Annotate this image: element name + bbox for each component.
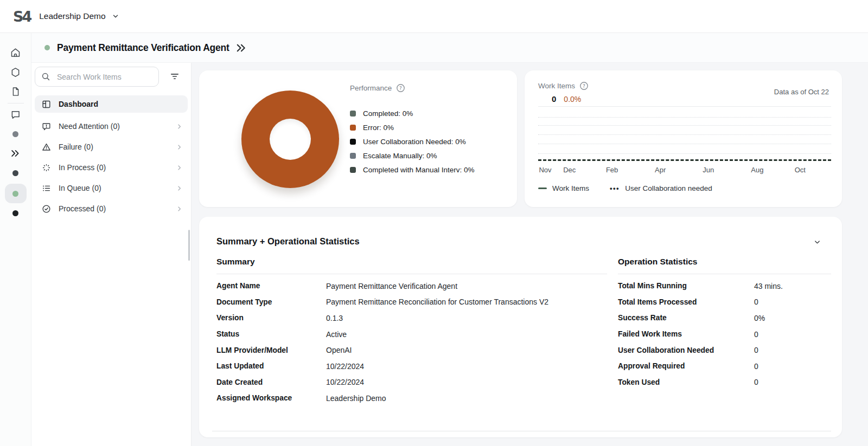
rail-divider — [8, 103, 24, 104]
work-items-percent: 0.0% — [564, 95, 581, 104]
chat-icon[interactable] — [5, 105, 27, 124]
legend-swatch — [350, 111, 356, 117]
performance-card-title: Performance ? — [350, 83, 405, 93]
home-icon[interactable] — [5, 43, 27, 62]
legend-item-user-collaboration-needed: ••• User Collaboration needed — [610, 184, 712, 192]
filter-icon[interactable] — [165, 67, 184, 86]
sidebar-item-need-attention[interactable]: Need Attention (0) — [35, 116, 188, 137]
spinner-icon — [39, 163, 53, 173]
summary-row: LLM Provider/Model OpenAI — [216, 342, 607, 358]
sidebar-nav: Dashboard Need Attention (0) Failure (0) — [35, 95, 188, 219]
x-tick-label: Feb — [606, 166, 618, 174]
page-title: Payment Remittance Verification Agent — [57, 42, 229, 54]
workspace-selector[interactable]: Leadership Demo — [39, 11, 119, 21]
main-content: Performance ? Completed: 0% Error: 0% Us… — [192, 63, 868, 446]
sidebar-item-label: Failure (0) — [59, 143, 93, 151]
sidebar-item-processed[interactable]: Processed (0) — [35, 198, 188, 219]
hexagon-icon[interactable] — [5, 62, 27, 82]
row-label: Document Type — [216, 298, 326, 306]
sidebar-item-label: In Process (0) — [59, 163, 106, 172]
row-value: 0% — [754, 314, 831, 322]
sidebar-scrollbar[interactable] — [188, 230, 190, 261]
x-tick-label: Apr — [655, 166, 666, 174]
row-value: 43 mins. — [754, 282, 831, 290]
sidebar-item-label: Processed (0) — [59, 204, 106, 213]
help-icon[interactable]: ? — [396, 83, 405, 93]
summary-title: Summary — [216, 257, 607, 274]
agent-dot-dark[interactable] — [5, 163, 27, 183]
sidebar: Dashboard Need Attention (0) Failure (0) — [31, 63, 192, 446]
row-value: 0 — [754, 378, 831, 386]
summary-row: Assigned Workspace Leadership Demo — [216, 390, 607, 406]
document-icon[interactable] — [5, 82, 27, 101]
summary-row: Status Active — [216, 326, 607, 342]
row-value: 0 — [754, 362, 831, 371]
card-header-divider — [538, 106, 831, 107]
warning-triangle-icon — [39, 142, 53, 152]
page-header: Payment Remittance Verification Agent — [31, 33, 868, 63]
row-label: Assigned Workspace — [216, 394, 326, 402]
top-bar: S4 Leadership Demo — [0, 0, 868, 33]
sidebar-item-label: Need Attention (0) — [59, 122, 120, 131]
search-input[interactable] — [56, 72, 156, 82]
summary-row: Agent Name Payment Remittance Verificati… — [216, 278, 607, 294]
double-chevron-icon[interactable] — [5, 144, 27, 163]
row-label: Approval Required — [618, 362, 754, 370]
work-items-card-title: Work Items ? — [538, 81, 589, 91]
summary-row: Version 0.1.3 — [216, 310, 607, 326]
legend-swatch — [350, 153, 356, 159]
data-as-of-label: Data as of Oct 22 — [774, 88, 829, 96]
chevron-right-icon — [175, 184, 183, 192]
section-title: Summary + Operational Statistics — [216, 236, 360, 247]
work-items-count: 0 — [552, 94, 556, 104]
workspace-name: Leadership Demo — [39, 11, 105, 21]
row-value: 0 — [754, 346, 831, 354]
agent-dot-gray[interactable] — [5, 124, 27, 144]
x-tick-label: Dec — [563, 166, 576, 174]
stat-row: Total Mins Running 43 mins. — [618, 278, 831, 294]
performance-donut-chart — [241, 91, 339, 188]
legend-label: Completed with Manual Interv: 0% — [363, 166, 475, 174]
row-label: Failed Work Items — [618, 330, 754, 338]
sidebar-item-failure[interactable]: Failure (0) — [35, 137, 188, 157]
sidebar-item-label: In Queue (0) — [59, 184, 101, 192]
work-items-title-label: Work Items — [538, 82, 575, 90]
solid-line-swatch — [538, 188, 547, 189]
summary-statistics-card: Summary + Operational Statistics Summary… — [199, 217, 842, 437]
sidebar-item-dashboard[interactable]: Dashboard — [35, 95, 188, 113]
legend-item-work-items: Work Items — [538, 184, 589, 192]
legend-swatch — [350, 139, 356, 145]
row-value: 0 — [754, 298, 831, 306]
row-label: Last Updated — [216, 362, 326, 370]
row-label: Total Items Processed — [618, 298, 754, 306]
legend-item-escalate-manually: Escalate Manually: 0% — [350, 148, 475, 163]
performance-legend: Completed: 0% Error: 0% User Collaborati… — [350, 106, 475, 177]
legend-label: Escalate Manually: 0% — [363, 152, 437, 160]
section-collapse-chevron-icon[interactable] — [813, 238, 821, 246]
help-icon[interactable]: ? — [579, 81, 589, 91]
agent-dot-green-active[interactable] — [5, 184, 27, 203]
row-value: Active — [326, 330, 607, 339]
legend-label: User Collaboration Needed: 0% — [363, 138, 466, 146]
summary-row: Date Created 10/22/2024 — [216, 374, 607, 391]
summary-row: Document Type Payment Remittance Reconci… — [216, 294, 607, 311]
queue-list-icon — [39, 183, 53, 193]
work-items-current-values: 0 0.0% — [552, 94, 581, 104]
operation-statistics-column: Operation Statistics Total Mins Running … — [618, 257, 831, 390]
chart-gridline — [538, 144, 831, 144]
row-value: 10/22/2024 — [326, 362, 607, 371]
sidebar-item-in-queue[interactable]: In Queue (0) — [35, 178, 188, 198]
legend-item-completed: Completed: 0% — [350, 106, 475, 120]
icon-rail — [0, 33, 31, 446]
agent-double-chevron-icon[interactable] — [235, 42, 247, 54]
card-bottom-divider — [212, 431, 831, 431]
chart-x-axis: Nov Dec Feb Apr Jun Aug Oct — [538, 166, 831, 174]
agent-dot-black[interactable] — [5, 203, 27, 223]
sidebar-item-in-process[interactable]: In Process (0) — [35, 157, 188, 178]
legend-item-completed-manual: Completed with Manual Interv: 0% — [350, 163, 475, 177]
x-tick-label: Oct — [795, 166, 806, 174]
chart-gridline — [538, 134, 831, 135]
search-box[interactable] — [35, 67, 159, 87]
row-value: Payment Remittance Verification Agent — [326, 282, 607, 290]
performance-card: Performance ? Completed: 0% Error: 0% Us… — [199, 70, 517, 207]
